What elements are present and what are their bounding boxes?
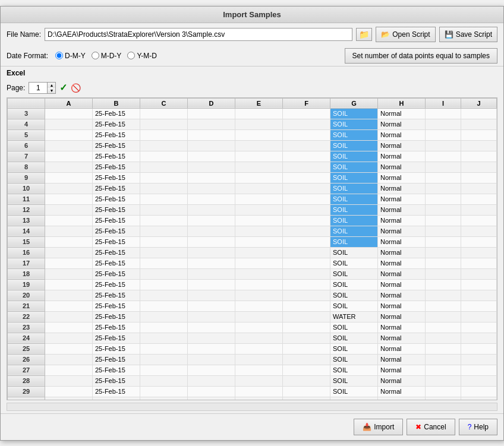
grid-scroll-area[interactable]: A B C D E F G H I J 325-Feb-15SOILNormal… bbox=[7, 98, 497, 400]
col-header-rownum bbox=[8, 98, 45, 108]
format-ymd-label: Y-M-D bbox=[137, 52, 157, 60]
format-dmy[interactable]: D-M-Y bbox=[55, 52, 86, 60]
open-script-icon: 📂 bbox=[381, 30, 390, 39]
import-icon: 📥 bbox=[363, 423, 371, 431]
page-spinner[interactable]: ▲ ▼ bbox=[29, 82, 56, 94]
page-label: Page: bbox=[7, 84, 25, 92]
table-row: 1925-Feb-15SOILNormal bbox=[8, 279, 497, 290]
table-row: 2825-Feb-15SOILNormal bbox=[8, 375, 497, 386]
table-row: 425-Feb-15SOILNormal bbox=[8, 119, 497, 129]
table-body: 325-Feb-15SOILNormal425-Feb-15SOILNormal… bbox=[8, 108, 497, 400]
import-button[interactable]: 📥 Import bbox=[354, 419, 403, 435]
bottom-bar: 📥 Import ✖ Cancel ? Help bbox=[1, 413, 503, 440]
col-header-h: H bbox=[378, 98, 426, 108]
date-format-options: D-M-Y M-D-Y Y-M-D bbox=[55, 52, 157, 60]
col-header-f: F bbox=[283, 98, 330, 108]
format-dmy-radio[interactable] bbox=[55, 52, 63, 59]
help-icon: ? bbox=[468, 423, 472, 431]
title-bar: Import Samples bbox=[1, 7, 503, 23]
table-row: 925-Feb-15SOILNormal bbox=[8, 172, 497, 183]
table-row: 2925-Feb-15SOILNormal bbox=[8, 386, 497, 397]
table-row: 725-Feb-15SOILNormal bbox=[8, 151, 497, 162]
date-format-label: Date Format: bbox=[7, 52, 48, 60]
table-row: 2325-Feb-15SOILNormal bbox=[8, 322, 497, 333]
table-row: 2025-Feb-15SOILNormal bbox=[8, 290, 497, 301]
table-row: 1425-Feb-15SOILNormal bbox=[8, 226, 497, 236]
col-header-a: A bbox=[45, 98, 93, 108]
page-cancel-button[interactable]: 🚫 bbox=[71, 83, 81, 93]
page-confirm-button[interactable]: ✓ bbox=[59, 82, 67, 93]
cancel-button[interactable]: ✖ Cancel bbox=[407, 419, 455, 435]
spinner-buttons[interactable]: ▲ ▼ bbox=[47, 83, 55, 93]
table-row: 1125-Feb-15SOILNormal bbox=[8, 194, 497, 204]
format-mdy-label: M-D-Y bbox=[101, 52, 122, 60]
format-ymd-radio[interactable] bbox=[127, 52, 135, 59]
table-row: 2225-Feb-15WATERNormal bbox=[8, 311, 497, 322]
table-row: 1625-Feb-15SOILNormal bbox=[8, 247, 497, 258]
browse-button[interactable]: 📁 bbox=[356, 28, 372, 41]
set-data-points-button[interactable]: Set number of data points equal to sampl… bbox=[345, 48, 497, 64]
table-row: 1325-Feb-15SOILNormal bbox=[8, 215, 497, 226]
file-name-row: File Name: 📁 📂 Open Script 💾 Save Script bbox=[1, 23, 503, 46]
format-dmy-label: D-M-Y bbox=[65, 52, 86, 60]
page-input[interactable] bbox=[29, 83, 47, 93]
table-row: 2625-Feb-15SOILNormal bbox=[8, 354, 497, 365]
cancel-icon: ✖ bbox=[415, 423, 421, 431]
col-header-i: I bbox=[426, 98, 461, 108]
table-row: 1525-Feb-15SOILNormal bbox=[8, 236, 497, 247]
col-header-c: C bbox=[140, 98, 188, 108]
table-row: 1725-Feb-15SOILNormal bbox=[8, 258, 497, 268]
page-row: Page: ▲ ▼ ✓ 🚫 bbox=[1, 80, 503, 95]
format-ymd[interactable]: Y-M-D bbox=[127, 52, 157, 60]
col-header-j: J bbox=[461, 98, 497, 108]
page-spin-down[interactable]: ▼ bbox=[47, 88, 55, 93]
table-row: 625-Feb-15SOILNormal bbox=[8, 140, 497, 151]
data-grid: A B C D E F G H I J 325-Feb-15SOILNormal… bbox=[7, 97, 497, 400]
col-header-b: B bbox=[93, 98, 140, 108]
format-mdy[interactable]: M-D-Y bbox=[92, 52, 122, 60]
save-script-icon: 💾 bbox=[445, 30, 453, 39]
format-mdy-radio[interactable] bbox=[92, 52, 99, 59]
table-row: 325-Feb-15SOILNormal bbox=[8, 108, 497, 119]
import-samples-window: Import Samples File Name: 📁 📂 Open Scrip… bbox=[0, 6, 504, 441]
page-spin-up[interactable]: ▲ bbox=[47, 83, 55, 88]
table-row: 2725-Feb-15SOILNormal bbox=[8, 365, 497, 375]
table-row: 525-Feb-15SOILNormal bbox=[8, 129, 497, 140]
horizontal-scrollbar[interactable] bbox=[7, 403, 497, 411]
col-header-d: D bbox=[188, 98, 235, 108]
table-row: 2125-Feb-15SOILNormal bbox=[8, 301, 497, 311]
col-header-e: E bbox=[235, 98, 283, 108]
window-title: Import Samples bbox=[223, 10, 281, 19]
help-button[interactable]: ? Help bbox=[459, 419, 497, 435]
file-name-input[interactable] bbox=[45, 28, 352, 41]
file-name-label: File Name: bbox=[7, 30, 41, 39]
date-format-row: Date Format: D-M-Y M-D-Y Y-M-D Set numbe… bbox=[1, 46, 503, 67]
table-row: 1025-Feb-15SOILNormal bbox=[8, 183, 497, 194]
excel-label: Excel bbox=[1, 67, 503, 80]
table-row: 2525-Feb-15SOILNormal bbox=[8, 343, 497, 354]
save-script-button[interactable]: 💾 Save Script bbox=[439, 27, 497, 42]
table-row: 825-Feb-15SOILNormal bbox=[8, 162, 497, 172]
table-row: 1225-Feb-15SOILNormal bbox=[8, 204, 497, 215]
column-header-row: A B C D E F G H I J bbox=[8, 98, 497, 108]
table-row: 2425-Feb-15SOILNormal bbox=[8, 333, 497, 343]
browse-icon: 📁 bbox=[359, 30, 369, 39]
table-row: 3025-Feb-15SOILNormal bbox=[8, 397, 497, 400]
table-row: 1825-Feb-15SOILNormal bbox=[8, 268, 497, 279]
open-script-button[interactable]: 📂 Open Script bbox=[376, 27, 435, 42]
spreadsheet-table: A B C D E F G H I J 325-Feb-15SOILNormal… bbox=[7, 98, 497, 400]
col-header-g: G bbox=[330, 98, 378, 108]
